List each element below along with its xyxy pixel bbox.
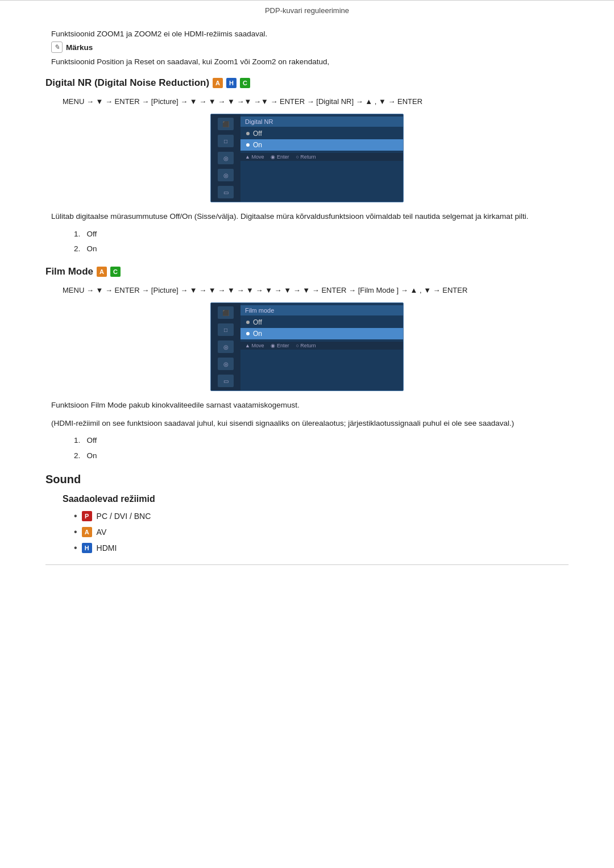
film-mode-title: Film Mode <box>45 266 93 277</box>
film-mode-heading: Film Mode A C <box>45 266 569 277</box>
film-osd-enter: ◉ Enter <box>271 343 289 348</box>
osd-left-icons: ⬛ □ ◎ ◎ ▭ <box>211 114 240 202</box>
film-mode-list: 1. Off 2. On <box>45 435 569 462</box>
mode-item-hdmi: • H HDMI <box>74 543 569 553</box>
position-note: Funktsioonid Position ja Reset on saadav… <box>51 57 569 66</box>
digital-nr-heading: Digital NR (Digital Noise Reduction) A H… <box>45 77 569 89</box>
bullet-pc: • <box>74 511 77 521</box>
bottom-rule <box>45 564 569 565</box>
film-osd-label-on: On <box>253 330 262 338</box>
zoom-note: Funktsioonid ZOOM1 ja ZOOM2 ei ole HDMI-… <box>51 30 569 38</box>
page-title: PDP-kuvari reguleerimine <box>265 6 349 15</box>
osd-label-on: On <box>253 141 262 149</box>
osd-dot-on <box>246 143 250 147</box>
film-osd-right-content: Film mode Off On ▲ Move ◉ Enter ○ Return <box>240 303 403 391</box>
badge-p-sound: P <box>82 511 92 521</box>
badge-c-digital: C <box>240 78 250 88</box>
sound-mode-list: • P PC / DVI / BNC • A AV • H HDMI <box>45 511 569 553</box>
osd-icon-5: ▭ <box>218 186 234 198</box>
digital-nr-description: Lülitab digitaalse mürasummutuse Off/On … <box>45 210 569 223</box>
badge-h-digital: H <box>226 78 237 88</box>
osd-move: ▲ Move <box>245 154 264 160</box>
markus-icon: ✎ <box>51 41 63 53</box>
osd-title: Digital NR <box>240 117 403 127</box>
film-osd-icon-2: □ <box>218 323 234 336</box>
list-item-1: 1. Off <box>74 229 569 240</box>
film-list-item-1: 1. Off <box>74 435 569 446</box>
osd-return: ○ Return <box>296 154 316 160</box>
badge-a-film: A <box>97 267 107 277</box>
osd-bottom-bar: ▲ Move ◉ Enter ○ Return <box>240 153 403 161</box>
sound-subheading: Saadaolevad režiimid <box>45 494 569 504</box>
bullet-av: • <box>74 527 77 537</box>
osd-icon-1: ⬛ <box>218 118 234 130</box>
osd-enter: ◉ Enter <box>271 154 289 160</box>
mode-item-pc: • P PC / DVI / BNC <box>74 511 569 521</box>
digital-nr-title: Digital NR (Digital Noise Reduction) <box>45 77 209 89</box>
osd-icon-4: ◎ <box>218 169 234 181</box>
film-osd-bottom-bar: ▲ Move ◉ Enter ○ Return <box>240 342 403 350</box>
sound-heading: Sound <box>45 473 569 486</box>
osd-icon-2: □ <box>218 135 234 147</box>
film-osd-item-on: On <box>240 328 403 339</box>
mode-label-pc: PC / DVI / BNC <box>97 512 151 521</box>
film-osd-item-off: Off <box>240 317 403 328</box>
content-area: Funktsioonid ZOOM1 ja ZOOM2 ei ole HDMI-… <box>0 30 614 599</box>
mode-label-hdmi: HDMI <box>97 543 117 553</box>
film-mode-desc1: Funktsioon Film Mode pakub kinokvaliteed… <box>45 399 569 412</box>
list-item-2: 2. On <box>74 243 569 255</box>
digital-nr-menu-path: MENU → ▼ → ENTER → [Picture] → ▼ → ▼ → ▼… <box>45 95 569 108</box>
film-osd-title: Film mode <box>240 305 403 315</box>
badge-h-sound: H <box>82 543 92 553</box>
film-osd-icon-3: ◎ <box>218 340 234 353</box>
digital-nr-list: 1. Off 2. On <box>45 229 569 255</box>
film-list-num-1: 1. Off <box>74 436 97 445</box>
film-list-num-2: 2. On <box>74 451 97 460</box>
page-header: PDP-kuvari reguleerimine <box>0 0 614 19</box>
film-osd-icon-4: ◎ <box>218 358 234 370</box>
film-osd-return: ○ Return <box>296 343 316 348</box>
bullet-hdmi: • <box>74 543 77 553</box>
markus-row: ✎ Märkus <box>51 41 569 53</box>
film-osd-icon-1: ⬛ <box>218 306 234 319</box>
mode-item-av: • A AV <box>74 527 569 537</box>
osd-dot-off <box>246 132 250 135</box>
list-num-2: 2. On <box>74 244 97 253</box>
osd-item-off: Off <box>240 128 403 139</box>
film-osd-dot-off <box>246 321 250 324</box>
film-mode-osd: ⬛ □ ◎ ◎ ▭ Film mode Off On ▲ Move ◉ Ent <box>210 302 404 391</box>
film-list-item-2: 2. On <box>74 450 569 462</box>
page-container: PDP-kuvari reguleerimine Funktsioonid ZO… <box>0 0 614 599</box>
film-osd-move: ▲ Move <box>245 343 264 348</box>
note-block: Funktsioonid ZOOM1 ja ZOOM2 ei ole HDMI-… <box>45 30 569 66</box>
film-osd-label-off: Off <box>253 318 262 326</box>
badge-a-sound: A <box>82 527 92 537</box>
osd-icon-3: ◎ <box>218 152 234 164</box>
markus-label: Märkus <box>66 43 93 52</box>
film-osd-icon-5: ▭ <box>218 375 234 387</box>
digital-nr-osd: ⬛ □ ◎ ◎ ▭ Digital NR Off On ▲ Move ◉ En <box>210 114 404 202</box>
badge-a-digital: A <box>213 78 223 88</box>
list-num-1: 1. Off <box>74 230 97 238</box>
mode-label-av: AV <box>97 528 107 537</box>
film-osd-dot-on <box>246 332 250 335</box>
osd-right-content: Digital NR Off On ▲ Move ◉ Enter ○ Retur… <box>240 114 403 202</box>
film-mode-desc2: (HDMI-režiimil on see funktsioon saadava… <box>45 417 569 430</box>
osd-label-off: Off <box>253 130 262 138</box>
film-mode-menu-path: MENU → ▼ → ENTER → [Picture] → ▼ → ▼ → ▼… <box>45 284 569 297</box>
osd-item-on: On <box>240 139 403 151</box>
film-osd-left-icons: ⬛ □ ◎ ◎ ▭ <box>211 303 240 391</box>
badge-c-film: C <box>110 267 121 277</box>
